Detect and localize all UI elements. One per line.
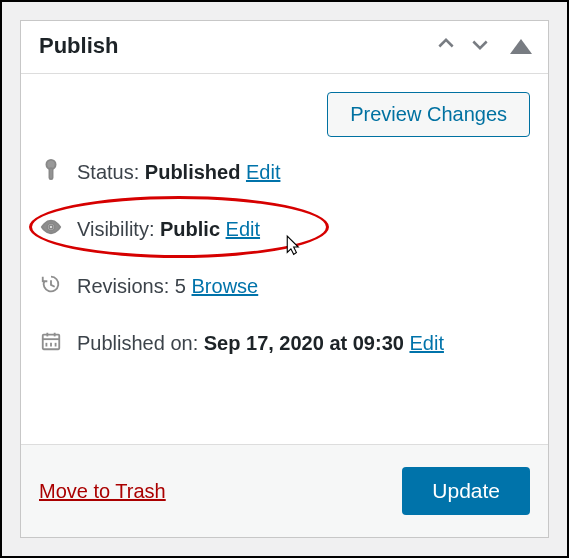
panel-title: Publish — [39, 33, 436, 59]
svg-point-2 — [49, 225, 53, 229]
svg-rect-3 — [43, 335, 60, 350]
history-icon — [39, 273, 63, 300]
visibility-edit-link[interactable]: Edit — [226, 218, 260, 240]
published-on-label: Published on: — [77, 332, 198, 354]
visibility-label: Visibility: — [77, 218, 154, 240]
preview-changes-button[interactable]: Preview Changes — [327, 92, 530, 137]
update-button[interactable]: Update — [402, 467, 530, 515]
status-row: Status: Published Edit — [39, 159, 530, 186]
move-to-trash-link[interactable]: Move to Trash — [39, 480, 166, 503]
cursor-annotation-icon — [279, 234, 301, 265]
screenshot-frame: Publish Preview Changes Statu — [0, 0, 569, 558]
status-value: Published — [145, 161, 241, 183]
status-edit-link[interactable]: Edit — [246, 161, 280, 183]
revisions-label: Revisions: — [77, 275, 169, 297]
status-label: Status: — [77, 161, 139, 183]
collapse-toggle-icon[interactable] — [510, 39, 532, 54]
revisions-row: Revisions: 5 Browse — [39, 273, 530, 300]
revisions-browse-link[interactable]: Browse — [192, 275, 259, 297]
visibility-row: Visibility: Public Edit — [39, 216, 530, 243]
panel-body: Preview Changes Status: Published Edit V… — [21, 74, 548, 357]
published-on-edit-link[interactable]: Edit — [409, 332, 443, 354]
key-icon — [39, 159, 63, 186]
revisions-count: 5 — [175, 275, 186, 297]
svg-rect-1 — [49, 168, 52, 179]
published-on-value: Sep 17, 2020 at 09:30 — [204, 332, 404, 354]
move-down-icon[interactable] — [470, 34, 490, 59]
panel-header-controls — [436, 34, 532, 59]
panel-header: Publish — [21, 21, 548, 74]
preview-row: Preview Changes — [39, 92, 530, 137]
panel-footer: Move to Trash Update — [21, 444, 548, 537]
publish-panel: Publish Preview Changes Statu — [20, 20, 549, 538]
published-on-row: Published on: Sep 17, 2020 at 09:30 Edit — [39, 330, 530, 357]
calendar-icon — [39, 330, 63, 357]
eye-icon — [39, 216, 63, 243]
visibility-value: Public — [160, 218, 220, 240]
move-up-icon[interactable] — [436, 34, 456, 59]
